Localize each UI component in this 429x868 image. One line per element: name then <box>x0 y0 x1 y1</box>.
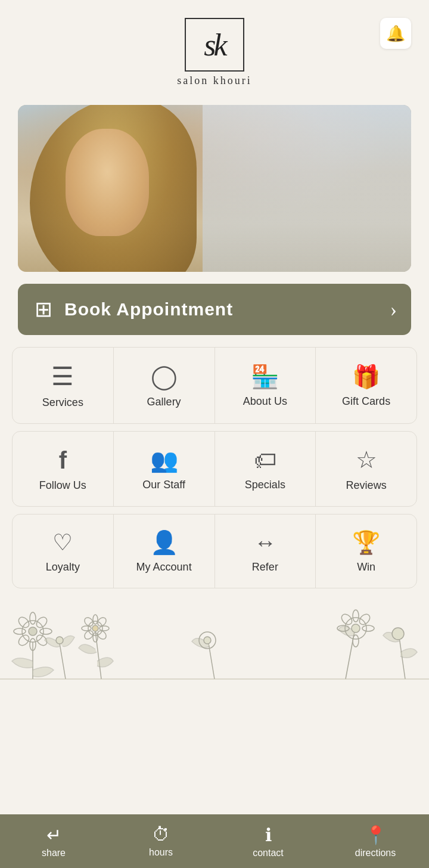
specials-icon: 🏷 <box>254 449 276 472</box>
staff-icon: 👥 <box>150 449 178 472</box>
svg-point-7 <box>35 615 49 630</box>
account-icon: 👤 <box>150 531 178 554</box>
directions-label: directions <box>355 848 396 858</box>
book-appointment-button[interactable]: ⊞ Book Appointment › <box>18 284 411 335</box>
contact-label: contact <box>253 848 284 858</box>
svg-point-16 <box>93 615 98 624</box>
follow-us-label: Follow Us <box>39 479 86 492</box>
our-staff-button[interactable]: 👥 Our Staff <box>114 432 215 506</box>
calendar-icon: ⊞ <box>35 297 52 322</box>
services-button[interactable]: ☰ Services <box>13 348 114 423</box>
contact-nav-item[interactable]: ℹ contact <box>214 824 322 858</box>
grid-row-1: ☰ Services ◯ Gallery 🏪 About Us 🎁 Gift C… <box>12 347 417 424</box>
logo-name: salon khouri <box>177 75 252 87</box>
gallery-label: Gallery <box>147 396 181 408</box>
svg-point-26 <box>204 637 211 644</box>
about-us-label: About Us <box>243 395 287 408</box>
share-icon: ↵ <box>46 824 61 845</box>
hero-banner <box>18 105 411 272</box>
win-button[interactable]: 🏆 Win <box>316 514 416 588</box>
my-account-button[interactable]: 👤 My Account <box>114 514 215 588</box>
logo-sk-text: sk <box>204 27 225 63</box>
hero-right-bg <box>203 105 411 272</box>
svg-point-1 <box>29 627 37 636</box>
svg-point-12 <box>56 637 63 644</box>
info-icon: ℹ <box>265 824 272 845</box>
reviews-label: Reviews <box>346 479 387 492</box>
bottom-navigation: ↵ share ⏱ hours ℹ contact 📍 directions <box>0 814 429 868</box>
win-label: Win <box>357 561 375 574</box>
reviews-button[interactable]: ☆ Reviews <box>316 432 416 506</box>
gallery-button[interactable]: ◯ Gallery <box>114 348 215 423</box>
logo-square: sk <box>185 18 244 72</box>
clock-icon: ⏱ <box>152 824 170 845</box>
refer-button[interactable]: ↔ Refer <box>215 514 316 588</box>
svg-point-5 <box>40 628 52 634</box>
hours-nav-item[interactable]: ⏱ hours <box>107 824 214 858</box>
gift-cards-button[interactable]: 🎁 Gift Cards <box>316 348 416 423</box>
services-label: Services <box>42 396 83 409</box>
loyalty-icon: ♡ <box>52 531 73 554</box>
notification-button[interactable]: 🔔 <box>380 18 411 49</box>
grid-row-2: f Follow Us 👥 Our Staff 🏷 Specials ☆ Rev… <box>12 431 417 507</box>
svg-line-36 <box>399 637 405 679</box>
our-staff-label: Our Staff <box>142 479 185 491</box>
star-icon: ☆ <box>356 448 377 472</box>
hours-label: hours <box>149 847 173 858</box>
book-appointment-label: Book Appointment <box>64 299 233 320</box>
refer-label: Refer <box>252 561 278 574</box>
services-icon: ☰ <box>51 364 74 389</box>
chevron-right-icon: › <box>390 298 397 321</box>
hero-face <box>66 129 149 236</box>
share-nav-item[interactable]: ↵ share <box>0 824 107 858</box>
svg-point-31 <box>353 635 359 647</box>
svg-point-29 <box>352 624 360 633</box>
floral-svg <box>0 596 429 703</box>
loyalty-label: Loyalty <box>46 561 80 574</box>
svg-point-8 <box>17 633 31 647</box>
svg-point-37 <box>392 628 404 640</box>
svg-point-33 <box>362 625 374 631</box>
grid-row-3: ♡ Loyalty 👤 My Account ↔ Refer 🏆 Win <box>12 514 417 588</box>
my-account-label: My Account <box>136 561 192 574</box>
logo: sk salon khouri <box>177 18 252 87</box>
svg-point-15 <box>92 625 98 631</box>
svg-point-2 <box>30 612 36 624</box>
refer-icon: ↔ <box>254 531 276 554</box>
svg-point-4 <box>14 628 26 634</box>
svg-point-34 <box>340 612 354 627</box>
gallery-icon: ◯ <box>151 365 178 389</box>
svg-point-18 <box>82 626 91 631</box>
follow-us-button[interactable]: f Follow Us <box>13 432 114 506</box>
hero-image <box>18 105 411 272</box>
bell-icon: 🔔 <box>386 24 405 43</box>
svg-line-11 <box>60 643 66 679</box>
about-us-icon: 🏪 <box>251 365 279 388</box>
loyalty-button[interactable]: ♡ Loyalty <box>13 514 114 588</box>
trophy-icon: 🏆 <box>352 531 380 554</box>
svg-point-35 <box>358 612 372 627</box>
share-label: share <box>42 848 66 858</box>
gift-cards-label: Gift Cards <box>342 395 390 408</box>
header: sk salon khouri 🔔 <box>0 0 429 93</box>
floral-decoration <box>0 596 429 739</box>
specials-button[interactable]: 🏷 Specials <box>215 432 316 506</box>
specials-label: Specials <box>245 479 285 491</box>
svg-point-30 <box>353 610 359 622</box>
svg-point-19 <box>100 626 109 631</box>
directions-nav-item[interactable]: 📍 directions <box>322 824 429 858</box>
facebook-icon: f <box>59 448 67 472</box>
svg-point-6 <box>17 615 31 630</box>
gift-cards-icon: 🎁 <box>352 365 380 388</box>
pin-icon: 📍 <box>365 824 387 845</box>
about-us-button[interactable]: 🏪 About Us <box>215 348 316 423</box>
